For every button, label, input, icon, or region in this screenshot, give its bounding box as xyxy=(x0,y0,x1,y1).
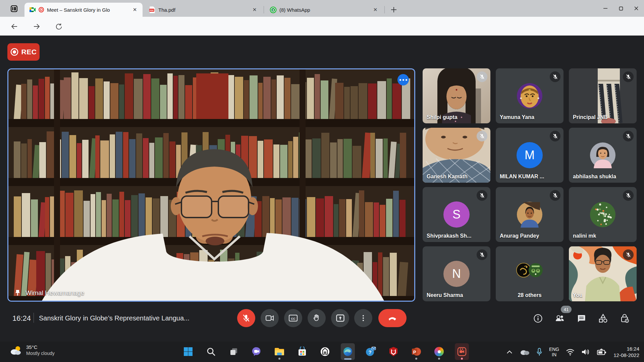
participant-tile-principal-jnb[interactable]: Principal JNB xyxy=(569,68,637,123)
tab-close-icon[interactable]: ✕ xyxy=(130,5,139,14)
forward-button[interactable] xyxy=(32,21,42,32)
battery-charging-icon[interactable] xyxy=(597,348,607,356)
back-button[interactable] xyxy=(9,21,19,32)
start-button[interactable] xyxy=(181,343,195,360)
close-window-button[interactable] xyxy=(629,0,644,17)
more-vertical-icon xyxy=(359,314,367,322)
main-video-feed xyxy=(8,69,414,301)
onedrive-icon[interactable] xyxy=(520,349,530,355)
tab-pdf[interactable]: PDF Tha.pdf ✕ xyxy=(144,3,262,17)
participant-tile-you[interactable]: You xyxy=(569,246,637,301)
tab-whatsapp[interactable]: 8 (8) WhatsApp ✕ xyxy=(265,3,383,17)
tab-title: Tha.pdf xyxy=(158,7,248,13)
activities-button[interactable] xyxy=(596,312,610,325)
microsoft-store-button[interactable] xyxy=(295,343,309,360)
google-meet-icon xyxy=(29,6,36,13)
participant-tile-nalini-mk[interactable]: nalini mk xyxy=(569,187,637,242)
screen: Meet – Sanskrit Glory in Glo ✕ PDF Tha.p… xyxy=(0,0,644,362)
task-view-button[interactable] xyxy=(227,343,241,360)
participant-name: 28 others xyxy=(496,292,564,298)
tray-date: 12-08-2022 xyxy=(613,352,639,358)
raise-hand-icon xyxy=(312,314,321,322)
host-controls-button[interactable] xyxy=(618,312,632,325)
participant-tile-neeru-sharma[interactable]: NNeeru Sharma xyxy=(423,246,490,301)
powerpoint-button[interactable]: P xyxy=(409,343,423,360)
svg-text:8: 8 xyxy=(272,8,274,11)
main-video-tile[interactable]: Wimal Hewamanage xyxy=(7,68,415,302)
refresh-button[interactable] xyxy=(54,21,64,32)
mic-toggle-button[interactable] xyxy=(237,309,255,327)
svg-text:PDF: PDF xyxy=(150,9,154,11)
participant-tile-28-others[interactable]: 28 others xyxy=(496,246,564,301)
tab-close-icon[interactable]: ✕ xyxy=(250,5,259,14)
close-icon xyxy=(634,6,639,11)
meeting-details-button[interactable] xyxy=(531,312,545,325)
svg-text:?: ? xyxy=(368,349,371,355)
main-participant-name: Wimal Hewamanage xyxy=(25,289,84,297)
task-view-icon xyxy=(229,347,238,356)
participant-tile-milan-kumar[interactable]: MMILAN KUMAR ... xyxy=(496,128,564,183)
pdf-file-icon: PDF xyxy=(149,6,156,13)
participant-name: Neeru Sharma xyxy=(427,292,463,298)
chat-icon xyxy=(577,314,586,323)
chat-button[interactable] xyxy=(575,312,588,325)
tab-close-icon[interactable]: ✕ xyxy=(371,5,380,14)
home-app-icon xyxy=(320,347,330,357)
end-call-icon xyxy=(387,313,397,323)
participant-name: Shivprakash Sh... xyxy=(427,233,471,239)
show-people-button[interactable] xyxy=(553,312,567,325)
weather-widget[interactable]: 35°C Mostly cloudy xyxy=(9,344,55,356)
media-pinwheel-app-button[interactable] xyxy=(432,343,446,360)
mic-off-icon xyxy=(477,190,487,201)
search-button[interactable] xyxy=(204,343,218,360)
language-indicator[interactable]: ENG IN xyxy=(549,347,559,357)
home-app-button[interactable] xyxy=(318,343,332,360)
tile-more-options-button[interactable] xyxy=(397,74,409,85)
participant-tile-anurag-pandey[interactable]: Anurag Pandey xyxy=(496,187,564,242)
participant-name: Shilpi gupta xyxy=(427,114,458,120)
browser-tab-strip: Meet – Sanskrit Glory in Glo ✕ PDF Tha.p… xyxy=(0,0,644,17)
screen-recorder-app-button[interactable] xyxy=(455,343,469,360)
volume-icon[interactable] xyxy=(581,348,590,356)
tab-actions-button[interactable] xyxy=(8,3,20,14)
mic-off-icon xyxy=(550,71,560,82)
maximize-button[interactable] xyxy=(613,0,629,17)
camera-toggle-button[interactable] xyxy=(261,309,279,327)
minimize-button[interactable] xyxy=(598,0,613,17)
participant-tile-ganesh-kamath[interactable]: Ganesh Kamath xyxy=(423,128,490,183)
file-explorer-button[interactable] xyxy=(272,343,286,360)
mcafee-button[interactable] xyxy=(386,343,400,360)
microphone-in-use-icon[interactable] xyxy=(536,348,542,356)
mcafee-shield-icon xyxy=(389,347,398,357)
pin-icon xyxy=(14,289,21,297)
edge-icon xyxy=(343,347,353,357)
captions-button[interactable]: CC xyxy=(284,309,302,327)
windows-start-icon xyxy=(183,347,193,357)
clock-widget[interactable]: 16:24 12-08-2022 xyxy=(613,346,639,358)
leave-call-button[interactable] xyxy=(378,309,407,327)
mic-off-icon xyxy=(550,131,560,141)
participants-grid: Shilpi guptaYamuna YanaPrincipal JNBGane… xyxy=(423,68,637,302)
tab-meet[interactable]: Meet – Sanskrit Glory in Glo ✕ xyxy=(24,3,143,17)
wifi-icon[interactable] xyxy=(566,348,575,356)
raise-hand-button[interactable] xyxy=(308,309,326,327)
participant-tile-shivprakash-sh[interactable]: SShivprakash Sh... xyxy=(423,187,490,242)
get-help-app-button[interactable]: ? xyxy=(364,343,378,360)
participant-tile-shilpi-gupta[interactable]: Shilpi gupta xyxy=(423,68,490,123)
participant-tile-yamuna-yana[interactable]: Yamuna Yana xyxy=(496,68,564,123)
more-call-options-button[interactable] xyxy=(354,309,372,327)
plus-icon xyxy=(390,6,397,13)
teams-chat-button[interactable] xyxy=(250,343,264,360)
get-help-icon: ? xyxy=(365,347,376,357)
new-tab-button[interactable] xyxy=(388,4,399,15)
participant-name: Ganesh Kamath xyxy=(427,174,468,180)
mic-off-icon xyxy=(623,190,634,201)
browser-toolbar: https://meet.google.com/cvc-bycf-sxo A xyxy=(0,17,644,36)
screen-recorder-icon xyxy=(457,347,467,357)
divider xyxy=(34,313,34,323)
weather-temp: 35°C xyxy=(26,344,55,350)
edge-browser-button[interactable] xyxy=(341,343,355,360)
present-screen-button[interactable] xyxy=(331,309,349,327)
tray-expand-chevron-icon[interactable] xyxy=(506,350,513,354)
participant-tile-abhilasha-shukla[interactable]: abhilasha shukla xyxy=(569,128,637,183)
